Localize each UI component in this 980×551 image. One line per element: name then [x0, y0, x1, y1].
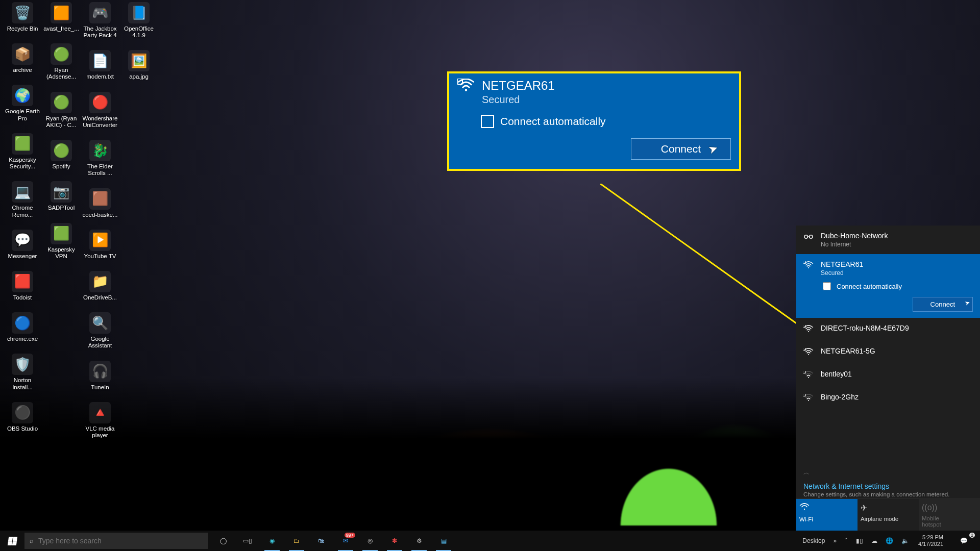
app-icon: 🔵: [12, 312, 33, 334]
start-button[interactable]: [0, 531, 24, 551]
tray-desktop-label[interactable]: Desktop: [799, 531, 828, 551]
app-icon: 📘: [128, 2, 150, 23]
desktop-icon[interactable]: 📷SADPTool: [42, 181, 81, 211]
desktop-icon[interactable]: 🔴Wondershare UniConverter: [81, 92, 119, 129]
toggle-airplane-mode[interactable]: ✈ Airplane mode: [857, 499, 919, 531]
tray-chevron-up-icon[interactable]: ˄: [842, 531, 851, 551]
network-settings-sub: Change settings, such as making a connec…: [803, 491, 973, 497]
taskbar-app-edge[interactable]: ◉: [260, 531, 284, 551]
desktop-icon[interactable]: 🐉The Elder Scrolls ...: [81, 140, 119, 177]
desktop-icon[interactable]: 🖼️apa.jpg: [119, 50, 158, 80]
search-input[interactable]: [37, 536, 203, 545]
connect-button[interactable]: Connect: [913, 297, 973, 312]
app-icon: 🔴: [89, 92, 111, 113]
toggle-wifi-label: Wi-Fi: [799, 516, 813, 522]
network-item[interactable]: NETGEAR61SecuredConnect automaticallyCon…: [796, 254, 980, 318]
desktop-icon[interactable]: 🛡️Norton Install...: [3, 354, 42, 390]
app-icon: 📁: [89, 271, 111, 292]
network-item[interactable]: NETGEAR61-5G: [796, 341, 980, 364]
desktop-icon[interactable]: 🌍Google Earth Pro: [3, 85, 42, 121]
desktop-icon-label: Ryan (Adsense...: [42, 67, 81, 80]
desktop-icon[interactable]: 🟫coed-baske...: [81, 188, 119, 218]
app-icon: 💻: [12, 181, 33, 203]
tray-time: 5:29 PM: [918, 534, 943, 541]
desktop-icon[interactable]: 🗑️Recycle Bin: [3, 2, 42, 32]
tray-battery-icon[interactable]: ▮▯: [853, 531, 866, 551]
network-list: Dube-Home-NetworkNo Internet NETGEAR61Se…: [796, 226, 980, 467]
toggle-wifi[interactable]: Wi-Fi: [796, 499, 857, 531]
desktop-icon[interactable]: 🟧avast_free_...: [42, 2, 81, 32]
system-tray: Desktop » ˄ ▮▯ ☁ 🌐 🔈 5:29 PM 4/17/2021 💬…: [799, 531, 980, 551]
auto-connect-row[interactable]: Connect automatically: [821, 281, 973, 292]
network-settings-link[interactable]: Network & Internet settings: [803, 482, 889, 490]
network-flyout-panel: Dube-Home-NetworkNo Internet NETGEAR61Se…: [796, 226, 980, 531]
tray-volume-icon[interactable]: 🔈: [898, 531, 912, 551]
toggle-mobile-hotspot[interactable]: ((o)) Mobile hotspot: [919, 499, 980, 531]
taskbar-app-chrome[interactable]: ◎: [358, 531, 382, 551]
toggle-airplane-label: Airplane mode: [861, 516, 898, 522]
search-icon: ⌕: [30, 537, 33, 544]
desktop-icon-label: archive: [3, 67, 42, 73]
desktop-icon[interactable]: ▶️YouTube TV: [81, 230, 119, 260]
desktop-icon[interactable]: 📘OpenOffice 4.1.9: [119, 2, 158, 39]
taskbar: ⌕ ◯ ▭▯ ◉ 🗀 🛍 ✉99+ ◎ ✽ ⚙ ▤ Desktop » ˄ ▮▯…: [0, 531, 980, 551]
desktop-icon[interactable]: 🎮The Jackbox Party Pack 4: [81, 2, 119, 39]
desktop-icon[interactable]: 🟥Todoist: [3, 271, 42, 301]
network-name: NETGEAR61-5G: [821, 347, 973, 355]
network-name: Dube-Home-Network: [821, 232, 973, 240]
desktop-icon-label: YouTube TV: [81, 253, 119, 260]
network-item[interactable]: Bingo-2Ghz: [796, 387, 980, 410]
tray-clock[interactable]: 5:29 PM 4/17/2021: [914, 534, 947, 547]
desktop-icon[interactable]: 🟩Kaspersky Security...: [3, 133, 42, 170]
tray-network-icon[interactable]: 🌐: [883, 531, 896, 551]
desktop-icon[interactable]: 🟢Spotify: [42, 140, 81, 170]
auto-connect-checkbox[interactable]: [823, 282, 831, 290]
desktop-icon[interactable]: 📄modem.txt: [81, 50, 119, 80]
app-icon: 🟢: [51, 43, 72, 65]
desktop-icon-label: Messenger: [3, 253, 42, 260]
desktop-icon[interactable]: 🎧TuneIn: [81, 361, 119, 391]
taskbar-search[interactable]: ⌕: [24, 533, 208, 549]
desktop-icon-label: avast_free_...: [42, 26, 81, 32]
cortana-button[interactable]: ▭▯: [236, 531, 259, 551]
taskbar-app-explorer[interactable]: 🗀: [285, 531, 308, 551]
desktop-icon[interactable]: 🟢Ryan (Ryan AKIC) - C...: [42, 92, 81, 129]
desktop-icon-label: TuneIn: [81, 384, 119, 391]
desktop-icon[interactable]: 💬Messenger: [3, 230, 42, 260]
taskbar-app-generic1[interactable]: ✽: [383, 531, 406, 551]
app-icon: 🟩: [51, 223, 72, 244]
desktop-icon[interactable]: 🟢Ryan (Adsense...: [42, 43, 81, 80]
checkbox-icon[interactable]: [481, 115, 494, 128]
desktop-icon-label: Google Earth Pro: [3, 108, 42, 121]
desktop-icon[interactable]: 🔵chrome.exe: [3, 312, 42, 342]
desktop-icon[interactable]: ⚫OBS Studio: [3, 402, 42, 432]
callout-auto-connect-row[interactable]: Connect automatically: [481, 115, 731, 128]
toggle-hotspot-label: Mobile hotspot: [922, 515, 941, 528]
network-item[interactable]: DIRECT-roku-N8M-4E67D9: [796, 318, 980, 341]
callout-auto-connect-label: Connect automatically: [500, 115, 606, 128]
app-icon: ▶️: [89, 230, 111, 251]
app-icon: 🔺: [89, 402, 111, 423]
tray-onedrive-icon[interactable]: ☁: [868, 531, 880, 551]
desktop-icon[interactable]: 💻Chrome Remo...: [3, 181, 42, 218]
wifi-secure-icon: [803, 371, 815, 381]
desktop-icon[interactable]: 🟩Kaspersky VPN: [42, 223, 81, 260]
desktop-icon[interactable]: 🔍Google Assistant: [81, 312, 119, 349]
tray-overflow-icon[interactable]: »: [830, 531, 840, 551]
task-view-button[interactable]: ◯: [211, 531, 235, 551]
taskbar-app-mail[interactable]: ✉99+: [334, 531, 357, 551]
desktop-icon-label: Kaspersky Security...: [3, 157, 42, 170]
taskbar-app-settings[interactable]: ⚙: [407, 531, 431, 551]
desktop-icon[interactable]: 📦archive: [3, 43, 42, 73]
desktop-icon[interactable]: 🔺VLC media player: [81, 402, 119, 439]
scroll-up-indicator[interactable]: ︿: [796, 467, 980, 477]
svg-point-5: [810, 235, 813, 238]
network-item[interactable]: Dube-Home-NetworkNo Internet: [796, 226, 980, 254]
action-center-button[interactable]: 💬2: [949, 531, 978, 551]
desktop-icon-label: OneDriveB...: [81, 294, 119, 301]
taskbar-app-generic2[interactable]: ▤: [432, 531, 455, 551]
taskbar-app-store[interactable]: 🛍: [309, 531, 333, 551]
desktop-icon-label: Google Assistant: [81, 336, 119, 349]
desktop-icon[interactable]: 📁OneDriveB...: [81, 271, 119, 301]
network-item[interactable]: bentley01: [796, 364, 980, 387]
